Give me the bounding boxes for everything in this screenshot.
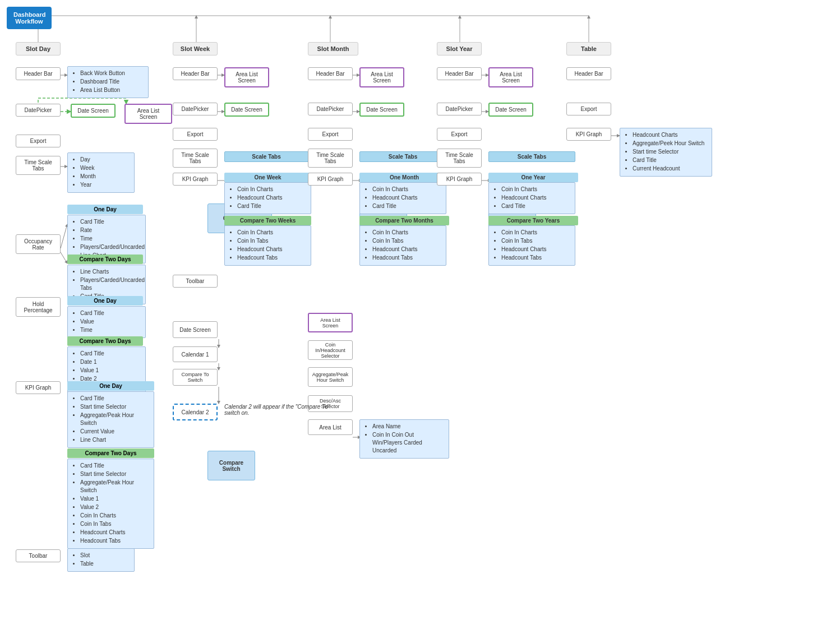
aggregate-peak-hour-switch[interactable]: Aggregate/Peak Hour Switch [308, 367, 353, 387]
sm-export[interactable]: Export [308, 128, 353, 141]
sw-area-list-screen[interactable]: Area List Screen [224, 67, 269, 87]
sd-area-list-screen[interactable]: Area List Screen [124, 104, 172, 124]
sd-one-day-hold-label: One Day [67, 296, 143, 306]
sd-datepicker[interactable]: DatePicker [16, 104, 61, 117]
t-export[interactable]: Export [566, 103, 611, 115]
sd-compare-two-days-kpi-info: Card TitleStart time SelectorAggregate/P… [67, 459, 154, 549]
t-kpi-graph[interactable]: KPI Graph [566, 128, 611, 141]
sd-one-day-occupancy-label: One Day [67, 205, 143, 214]
sy-date-screen[interactable]: Date Screen [488, 103, 533, 117]
sd-date-screen[interactable]: Date Screen [71, 104, 116, 118]
sw-compare-two-weeks-label: Compare Two Weeks [224, 216, 311, 225]
sd-toolbar-info: SlotTable [67, 548, 135, 572]
sd-export[interactable]: Export [16, 135, 61, 147]
bottom-calendar2[interactable]: Calendar 2 [173, 404, 218, 420]
sm-compare-two-months-info: Coin In ChartsCoin In TabsHeadcount Char… [359, 225, 446, 266]
sm-scale-tabs[interactable]: Scale Tabs [359, 151, 446, 162]
sd-occupancy-rate[interactable]: Occupancy Rate [16, 234, 61, 254]
sy-kpi-graph[interactable]: KPI Graph [437, 173, 482, 186]
sd-kpi-graph[interactable]: KPI Graph [16, 381, 61, 394]
sd-toolbar[interactable]: Toolbar [16, 549, 61, 562]
dashboard-subtitle: Workflow [15, 18, 43, 25]
sm-one-month-label: One Month [359, 173, 449, 182]
sm-kpi-graph[interactable]: KPI Graph [308, 173, 353, 186]
sd-hold-pct[interactable]: Hold Percentage [16, 297, 61, 317]
slot-week-header: Slot Week [173, 42, 218, 55]
sd-one-day-kpi-info: Card TitleStart time SelectorAggregate/P… [67, 391, 154, 448]
sw-scale-tabs[interactable]: Scale Tabs [224, 151, 308, 162]
sw-toolbar[interactable]: Toolbar [173, 275, 218, 288]
sm-datepicker[interactable]: DatePicker [308, 103, 353, 115]
bottom-calendar1[interactable]: Calendar 1 [173, 346, 218, 362]
sd-time-scale-tabs[interactable]: Time Scale Tabs [16, 156, 61, 175]
canvas: Dashboard Workflow Slot Day Header Bar B… [0, 0, 840, 643]
sy-header-bar[interactable]: Header Bar [437, 67, 482, 80]
sm-area-list-screen[interactable]: Area List Screen [359, 67, 404, 87]
sd-one-day-kpi-label: One Day [67, 381, 154, 391]
sy-time-scale-tabs[interactable]: Time Scale Tabs [437, 149, 482, 168]
sw-datepicker[interactable]: DatePicker [173, 103, 218, 115]
svg-line-3 [61, 224, 67, 248]
sw-compare-two-weeks-info: Coin In ChartsCoin In TabsHeadcount Char… [224, 225, 311, 266]
sw-date-screen[interactable]: Date Screen [224, 103, 269, 117]
sm-header-bar[interactable]: Header Bar [308, 67, 353, 80]
sw-export[interactable]: Export [173, 128, 218, 141]
t-header-bar[interactable]: Header Bar [566, 67, 611, 80]
area-list[interactable]: Area List [308, 419, 353, 435]
slot-month-header: Slot Month [308, 42, 358, 55]
sd-time-scale-info: DayWeekMonthYear [67, 152, 135, 193]
sd-header-bar-info: Back Work ButtonDashboard TitleArea List… [67, 66, 149, 98]
area-list-screen-bottom[interactable]: Area List Screen [308, 313, 353, 332]
sy-export[interactable]: Export [437, 128, 482, 141]
sd-header-bar[interactable]: Header Bar [16, 67, 61, 80]
sm-compare-two-months-label: Compare Two Months [359, 216, 449, 225]
sm-one-month-info: Coin In ChartsHeadcount ChartsCard Title [359, 182, 446, 214]
sy-datepicker[interactable]: DatePicker [437, 103, 482, 115]
sw-one-week-label: One Week [224, 173, 311, 182]
slot-day-header: Slot Day [16, 42, 61, 55]
sd-compare-two-days-occupancy-label: Compare Two Days [67, 255, 143, 264]
calendar2-note: Calendar 2 will appear if the "Compare T… [224, 404, 336, 416]
sy-area-list-screen[interactable]: Area List Screen [488, 67, 533, 87]
bottom-date-screen[interactable]: Date Screen [173, 321, 218, 338]
t-kpi-graph-info: Headcount ChartsAggregate/Peek Hour Swit… [620, 128, 712, 177]
coin-in-headcount-selector[interactable]: Coin In/Headcount Selector [308, 340, 353, 360]
table-header: Table [566, 42, 611, 55]
sd-compare-two-days-hold-label: Compare Two Days [67, 336, 143, 346]
compare-switch[interactable]: Compare Switch [207, 451, 255, 480]
sw-kpi-graph[interactable]: KPI Graph [173, 173, 218, 186]
sw-one-week-info: Coin In ChartsHeadcount ChartsCard Title [224, 182, 311, 214]
sm-time-scale-tabs[interactable]: Time Scale Tabs [308, 149, 353, 168]
sw-header-bar[interactable]: Header Bar [173, 67, 218, 80]
area-list-info: Area NameCoin In Coin Out Win/Players Ca… [359, 419, 449, 459]
sy-compare-two-years-label: Compare Two Years [488, 216, 578, 225]
bottom-compare-to-switch[interactable]: Compare To Switch [173, 369, 218, 386]
slot-year-header: Slot Year [437, 42, 482, 55]
svg-line-4 [61, 252, 67, 263]
sd-compare-two-days-kpi-label: Compare Two Days [67, 448, 154, 458]
sm-date-screen[interactable]: Date Screen [359, 103, 404, 117]
sw-time-scale-tabs[interactable]: Time Scale Tabs [173, 149, 218, 168]
sy-one-year-info: Coin In ChartsHeadcount ChartsCard Title [488, 182, 575, 214]
sy-compare-two-years-info: Coin In ChartsCoin In TabsHeadcount Char… [488, 225, 575, 266]
sy-one-year-label: One Year [488, 173, 578, 182]
sd-one-day-hold-info: Card TitleValueTime [67, 306, 146, 338]
dashboard-button[interactable]: Dashboard Workflow [7, 7, 52, 29]
sy-scale-tabs[interactable]: Scale Tabs [488, 151, 575, 162]
dashboard-title: Dashboard [13, 11, 45, 18]
